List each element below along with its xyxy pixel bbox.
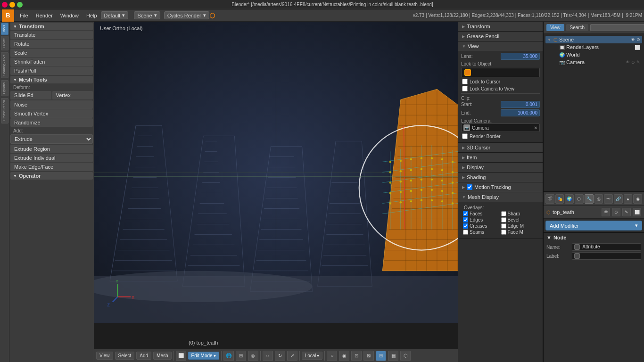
add-modifier-btn[interactable]: Add Modifier ▾ (545, 221, 642, 230)
menu-file[interactable]: File (16, 12, 32, 19)
lock-camera-checkbox[interactable] (462, 86, 468, 91)
slide-edge-btn[interactable]: Slide Ed (10, 91, 51, 99)
scene-vis-icon[interactable]: 👁 (631, 37, 635, 42)
operator-header[interactable]: ▼ Operator (10, 172, 93, 180)
lens-value[interactable]: 35.000 (501, 53, 540, 60)
vp-snap-icon[interactable]: ⊞ (236, 351, 246, 361)
render-engine-selector[interactable]: Cycles Render ▾ (164, 11, 209, 19)
extrude-region-btn[interactable]: Extrude Region (10, 145, 93, 153)
layout-selector[interactable]: Default ▾ (101, 11, 129, 19)
bevel-checkbox[interactable] (501, 217, 506, 222)
extrude-individual-btn[interactable]: Extrude Individual (10, 154, 93, 162)
clip-start-value[interactable]: 0.001 (501, 101, 540, 108)
tab-search[interactable]: Search (566, 24, 589, 31)
rotate-btn[interactable]: Rotate (10, 40, 93, 48)
vp-select-btn[interactable]: Select (115, 352, 135, 360)
vp-connected-icon[interactable]: ◉ (339, 351, 349, 361)
grease-pencil-header[interactable]: ▶ Grease Pencil (458, 32, 543, 41)
mesh-display-header[interactable]: ▼ Mesh Display (458, 192, 543, 202)
transform-prop-header[interactable]: ▶ Transform (458, 22, 543, 31)
vp-mirror-icon[interactable]: ⊡ (351, 351, 362, 361)
render-border-checkbox[interactable] (462, 133, 468, 139)
camera-remove-btn[interactable]: ✕ (534, 125, 537, 131)
tab-create[interactable]: Create (1, 36, 8, 50)
camera-edit[interactable]: ✎ (636, 60, 640, 65)
vp-overlay-icon[interactable]: ▦ (388, 351, 398, 361)
props-icon-object[interactable]: ⬡ (575, 194, 584, 204)
3d-viewport[interactable]: User Ortho (Local) (94, 22, 458, 362)
rl-icon2[interactable]: ⬜ (635, 45, 640, 50)
obj-name-icon-1[interactable]: 👁 (602, 208, 610, 216)
creases-checkbox[interactable] (463, 223, 468, 229)
noise-btn[interactable]: Noise (10, 100, 93, 109)
motion-tracking-header[interactable]: ▶ Motion Tracking (458, 182, 543, 192)
props-icon-scene[interactable]: 🎭 (555, 194, 564, 204)
shading-header[interactable]: ▶ Shading (458, 173, 543, 182)
tree-item-scene[interactable]: ▼ ⬡ Scene 👁 ⊙ (545, 36, 642, 43)
smooth-vertex-btn[interactable]: Smooth Vertex (10, 109, 93, 118)
seams-checkbox[interactable] (463, 230, 468, 235)
menu-help[interactable]: Help (83, 12, 101, 19)
randomize-btn[interactable]: Randomize (10, 118, 93, 127)
vp-view-btn[interactable]: View (96, 352, 113, 360)
tree-item-renderlayers[interactable]: 🔲 RenderLayers ⬜ (545, 43, 642, 51)
extrude-select[interactable]: Extrude (10, 134, 93, 144)
vp-xray-icon[interactable]: ⊞ (376, 351, 386, 361)
camera-vis[interactable]: 👁 (626, 60, 630, 65)
transform-header[interactable]: ▼ Transform (10, 23, 93, 30)
props-icon-render[interactable]: 🎬 (545, 194, 554, 204)
close-btn[interactable] (2, 2, 8, 8)
push-pull-btn[interactable]: Push/Pull (10, 66, 93, 75)
vertex-btn[interactable]: Vertex (52, 91, 93, 99)
scene-render-icon[interactable]: ⊙ (636, 37, 640, 42)
motion-tracking-checkbox[interactable] (467, 184, 472, 190)
face-m-checkbox[interactable] (501, 230, 506, 235)
maximize-btn[interactable] (17, 2, 23, 8)
3d-cursor-header[interactable]: ▶ 3D Cursor (458, 143, 543, 152)
obj-name-icon-2[interactable]: ⊙ (612, 208, 620, 216)
tab-shading-uvs[interactable]: Shading / UVs (1, 52, 8, 78)
tab-tools[interactable]: Tools (1, 23, 8, 35)
vp-globe-icon[interactable]: 🌐 (223, 351, 234, 361)
props-icon-physics[interactable]: 〜 (604, 194, 613, 204)
view-header[interactable]: ▼ View (458, 41, 543, 51)
translate-btn[interactable]: Translate (10, 31, 93, 39)
vp-mesh-btn[interactable]: Mesh (153, 352, 171, 360)
sharp-checkbox[interactable] (501, 211, 506, 216)
vp-gamepad-icon[interactable]: ⬡ (400, 351, 411, 361)
faces-checkbox[interactable] (463, 211, 468, 216)
tab-grease-pencil[interactable]: Grease Pencil (1, 98, 8, 123)
shrink-fatten-btn[interactable]: Shrink/Fatten (10, 58, 93, 66)
props-icon-particles[interactable]: ◎ (594, 194, 603, 204)
edges-checkbox[interactable] (463, 217, 468, 222)
vp-rotate-icon[interactable]: ↻ (275, 351, 285, 361)
scene-selector[interactable]: Scene ▾ (134, 11, 160, 19)
lock-to-cursor-checkbox[interactable] (462, 79, 468, 84)
obj-name-icon-4[interactable]: ⬜ (633, 208, 641, 216)
vp-proportional-icon[interactable]: ◎ (248, 351, 258, 361)
menu-window[interactable]: Window (57, 12, 83, 19)
make-edge-face-btn[interactable]: Make Edge/Face (10, 163, 93, 171)
mesh-tools-header[interactable]: ▼ Mesh Tools (10, 76, 93, 83)
display-header[interactable]: ▶ Display (458, 163, 543, 172)
tab-view[interactable]: View (546, 24, 564, 31)
tree-item-world[interactable]: 🌍 World (545, 51, 642, 58)
lock-to-object-box[interactable] (461, 68, 540, 77)
vp-icon-cube[interactable]: ⬜ (176, 351, 186, 361)
menu-render[interactable]: Render (32, 12, 57, 19)
tab-options[interactable]: Options (1, 80, 8, 96)
vp-transform-icon[interactable]: ↔ (263, 351, 273, 361)
clip-end-value[interactable]: 1000.000 (501, 109, 540, 116)
edge-m-checkbox[interactable] (501, 223, 506, 229)
props-icon-modifier[interactable]: 🔧 (585, 194, 594, 204)
props-icon-world[interactable]: 🌍 (565, 194, 574, 204)
edit-mode-selector[interactable]: Edit Mode ▾ (188, 352, 219, 360)
camera-render[interactable]: ⊙ (631, 60, 635, 65)
scale-btn[interactable]: Scale (10, 49, 93, 57)
vp-add-btn[interactable]: Add (136, 352, 151, 360)
props-icon-data[interactable]: ▲ (624, 194, 633, 204)
vp-proportional-edit-icon[interactable]: ○ (327, 351, 337, 361)
vp-scale-icon[interactable]: ⤢ (287, 351, 297, 361)
obj-name-icon-3[interactable]: ✎ (622, 208, 631, 216)
vp-onion-icon[interactable]: ⊠ (363, 351, 374, 361)
